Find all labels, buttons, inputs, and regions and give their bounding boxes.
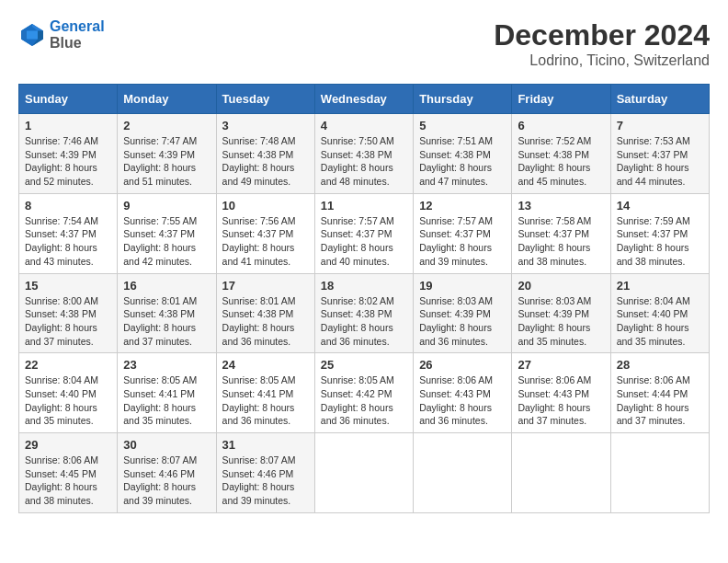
location-subtitle: Lodrino, Ticino, Switzerland [494,52,710,69]
day-info: Sunrise: 8:04 AMSunset: 4:40 PMDaylight:… [25,373,111,428]
calendar-cell: 26 Sunrise: 8:06 AMSunset: 4:43 PMDaylig… [414,353,512,433]
day-number: 23 [123,358,210,372]
day-info: Sunrise: 7:58 AMSunset: 4:37 PMDaylight:… [518,214,604,269]
day-number: 24 [222,358,309,372]
calendar-cell: 23 Sunrise: 8:05 AMSunset: 4:41 PMDaylig… [118,353,216,433]
day-info: Sunrise: 7:56 AMSunset: 4:37 PMDaylight:… [222,214,309,269]
calendar-cell: 10 Sunrise: 7:56 AMSunset: 4:37 PMDaylig… [216,193,314,273]
day-header-wednesday: Wednesday [314,85,413,114]
calendar-week-row: 22 Sunrise: 8:04 AMSunset: 4:40 PMDaylig… [19,353,710,433]
day-number: 8 [25,199,111,213]
day-info: Sunrise: 7:51 AMSunset: 4:38 PMDaylight:… [419,134,506,189]
day-header-tuesday: Tuesday [216,85,314,114]
calendar-cell: 28 Sunrise: 8:06 AMSunset: 4:44 PMDaylig… [610,353,709,433]
day-info: Sunrise: 7:50 AMSunset: 4:38 PMDaylight:… [321,134,407,189]
day-info: Sunrise: 8:06 AMSunset: 4:43 PMDaylight:… [419,373,506,428]
day-header-saturday: Saturday [610,85,709,114]
day-number: 12 [419,199,506,213]
calendar-cell: 4 Sunrise: 7:50 AMSunset: 4:38 PMDayligh… [314,114,413,194]
day-number: 22 [25,358,111,372]
calendar-cell [512,433,610,513]
calendar-cell: 5 Sunrise: 7:51 AMSunset: 4:38 PMDayligh… [414,114,512,194]
calendar-cell: 18 Sunrise: 8:02 AMSunset: 4:38 PMDaylig… [314,273,413,353]
calendar-header-row: SundayMondayTuesdayWednesdayThursdayFrid… [19,85,710,114]
day-number: 21 [617,279,703,293]
day-info: Sunrise: 8:01 AMSunset: 4:38 PMDaylight:… [123,294,210,349]
calendar-cell: 24 Sunrise: 8:05 AMSunset: 4:41 PMDaylig… [216,353,314,433]
day-header-friday: Friday [512,85,610,114]
day-number: 11 [321,199,407,213]
calendar-cell: 30 Sunrise: 8:07 AMSunset: 4:46 PMDaylig… [118,433,216,513]
calendar-cell: 13 Sunrise: 7:58 AMSunset: 4:37 PMDaylig… [512,193,610,273]
calendar-cell: 16 Sunrise: 8:01 AMSunset: 4:38 PMDaylig… [118,273,216,353]
day-number: 14 [617,199,703,213]
calendar-cell: 22 Sunrise: 8:04 AMSunset: 4:40 PMDaylig… [19,353,118,433]
day-number: 10 [222,199,309,213]
day-number: 28 [617,358,703,372]
day-number: 20 [518,279,604,293]
calendar-week-row: 15 Sunrise: 8:00 AMSunset: 4:38 PMDaylig… [19,273,710,353]
day-info: Sunrise: 8:06 AMSunset: 4:44 PMDaylight:… [617,373,703,428]
day-number: 13 [518,199,604,213]
day-number: 25 [321,358,407,372]
calendar-week-row: 8 Sunrise: 7:54 AMSunset: 4:37 PMDayligh… [19,193,710,273]
day-info: Sunrise: 8:05 AMSunset: 4:41 PMDaylight:… [123,373,210,428]
day-info: Sunrise: 8:03 AMSunset: 4:39 PMDaylight:… [419,294,506,349]
day-number: 6 [518,119,604,132]
day-number: 17 [222,279,309,293]
day-number: 1 [25,119,111,132]
day-number: 26 [419,358,506,372]
calendar-cell: 11 Sunrise: 7:57 AMSunset: 4:37 PMDaylig… [314,193,413,273]
logo: General Blue [18,18,105,52]
calendar-week-row: 1 Sunrise: 7:46 AMSunset: 4:39 PMDayligh… [19,114,710,194]
day-info: Sunrise: 7:46 AMSunset: 4:39 PMDaylight:… [25,134,111,189]
calendar-cell: 2 Sunrise: 7:47 AMSunset: 4:39 PMDayligh… [118,114,216,194]
day-number: 19 [419,279,506,293]
day-info: Sunrise: 7:54 AMSunset: 4:37 PMDaylight:… [25,214,111,269]
day-number: 15 [25,279,111,293]
calendar-cell: 27 Sunrise: 8:06 AMSunset: 4:43 PMDaylig… [512,353,610,433]
day-header-thursday: Thursday [414,85,512,114]
calendar-cell: 31 Sunrise: 8:07 AMSunset: 4:46 PMDaylig… [216,433,314,513]
calendar-cell: 6 Sunrise: 7:52 AMSunset: 4:38 PMDayligh… [512,114,610,194]
day-info: Sunrise: 7:52 AMSunset: 4:38 PMDaylight:… [518,134,604,189]
day-number: 31 [222,438,309,452]
day-info: Sunrise: 8:06 AMSunset: 4:43 PMDaylight:… [518,373,604,428]
calendar-cell: 9 Sunrise: 7:55 AMSunset: 4:37 PMDayligh… [118,193,216,273]
calendar-cell: 17 Sunrise: 8:01 AMSunset: 4:38 PMDaylig… [216,273,314,353]
calendar-cell [610,433,709,513]
calendar-cell: 3 Sunrise: 7:48 AMSunset: 4:38 PMDayligh… [216,114,314,194]
calendar-cell: 20 Sunrise: 8:03 AMSunset: 4:39 PMDaylig… [512,273,610,353]
day-number: 27 [518,358,604,372]
calendar-cell: 1 Sunrise: 7:46 AMSunset: 4:39 PMDayligh… [19,114,118,194]
day-number: 30 [123,438,210,452]
page-header: General Blue December 2024 Lodrino, Tici… [18,18,710,69]
calendar-cell: 14 Sunrise: 7:59 AMSunset: 4:37 PMDaylig… [610,193,709,273]
day-number: 16 [123,279,210,293]
day-number: 3 [222,119,309,132]
calendar-cell: 21 Sunrise: 8:04 AMSunset: 4:40 PMDaylig… [610,273,709,353]
calendar-cell: 12 Sunrise: 7:57 AMSunset: 4:37 PMDaylig… [414,193,512,273]
calendar-cell: 29 Sunrise: 8:06 AMSunset: 4:45 PMDaylig… [19,433,118,513]
day-info: Sunrise: 7:47 AMSunset: 4:39 PMDaylight:… [123,134,210,189]
day-info: Sunrise: 8:04 AMSunset: 4:40 PMDaylight:… [617,294,703,349]
logo-icon [18,21,46,49]
day-info: Sunrise: 8:07 AMSunset: 4:46 PMDaylight:… [123,454,210,508]
title-area: December 2024 Lodrino, Ticino, Switzerla… [494,18,710,69]
day-number: 5 [419,119,506,132]
calendar-cell: 19 Sunrise: 8:03 AMSunset: 4:39 PMDaylig… [414,273,512,353]
calendar-cell [314,433,413,513]
day-number: 7 [617,119,703,132]
day-info: Sunrise: 8:05 AMSunset: 4:42 PMDaylight:… [321,373,407,428]
day-info: Sunrise: 8:03 AMSunset: 4:39 PMDaylight:… [518,294,604,349]
day-info: Sunrise: 8:06 AMSunset: 4:45 PMDaylight:… [25,454,111,508]
day-info: Sunrise: 7:53 AMSunset: 4:37 PMDaylight:… [617,134,703,189]
calendar-week-row: 29 Sunrise: 8:06 AMSunset: 4:45 PMDaylig… [19,433,710,513]
calendar-table: SundayMondayTuesdayWednesdayThursdayFrid… [18,84,710,513]
day-info: Sunrise: 8:00 AMSunset: 4:38 PMDaylight:… [25,294,111,349]
day-info: Sunrise: 8:02 AMSunset: 4:38 PMDaylight:… [321,294,407,349]
day-number: 2 [123,119,210,132]
day-info: Sunrise: 8:01 AMSunset: 4:38 PMDaylight:… [222,294,309,349]
svg-marker-5 [27,31,38,40]
day-info: Sunrise: 7:57 AMSunset: 4:37 PMDaylight:… [419,214,506,269]
